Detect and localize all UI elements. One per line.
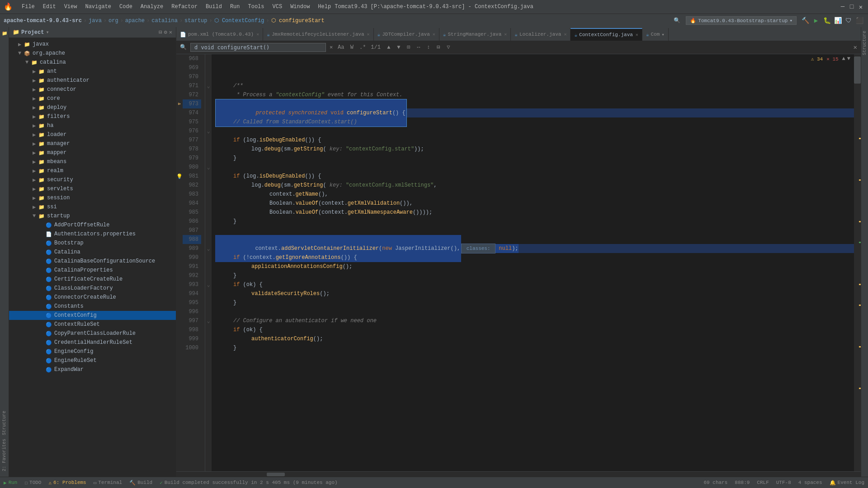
tree-item-session[interactable]: ▶📁session — [9, 193, 176, 202]
tab-close-icon[interactable]: ✕ — [564, 32, 566, 37]
menu-file[interactable]: File — [18, 3, 38, 11]
tree-item-catalina[interactable]: ▼ 📁 catalina — [9, 58, 176, 67]
menu-code[interactable]: Code — [116, 3, 136, 11]
tree-item-catalina-class[interactable]: 🔵Catalina — [9, 248, 176, 257]
breadcrumb-startup[interactable]: startup — [184, 18, 207, 24]
expand-icon[interactable]: ↔ — [414, 43, 423, 52]
breadcrumb-catalina[interactable]: catalina — [151, 18, 178, 24]
status-event-log[interactable]: 🔔 Event Log — [830, 480, 864, 486]
close-search-icon[interactable]: ✕ — [330, 44, 333, 51]
tree-item-connectorcreaterule[interactable]: 🔵ConnectorCreateRule — [9, 293, 176, 302]
project-tool-btn[interactable]: 📁 — [0, 29, 9, 38]
run-icon[interactable]: ▶ — [811, 16, 821, 26]
tree-item-contextconfig[interactable]: 🔵ContextConfig — [9, 311, 176, 320]
tree-item-javax[interactable]: ▶ 📁 javax — [9, 40, 176, 49]
breadcrumb-apache[interactable]: apache — [125, 18, 145, 24]
fold-start[interactable]: ⌄ — [205, 163, 212, 172]
tree-item-expandwar[interactable]: 🔵ExpandWar — [9, 365, 176, 374]
breadcrumb-java[interactable]: java — [89, 18, 102, 24]
hide-panel-icon[interactable]: ✕ — [169, 29, 172, 36]
menu-bar[interactable]: File Edit View Navigate Code Analyze Ref… — [18, 3, 335, 11]
close-button[interactable]: ✕ — [857, 3, 864, 10]
tree-item-credentialhandlerrulesett[interactable]: 🔵CredentialHandlerRuleSet — [9, 338, 176, 347]
collapse-icon[interactable]: ↕ — [424, 43, 433, 52]
menu-build[interactable]: Build — [202, 3, 226, 11]
minimize-button[interactable]: ─ — [839, 3, 846, 10]
next-result-icon[interactable]: ▼ — [394, 43, 403, 52]
menu-help[interactable]: Help — [314, 3, 335, 11]
gutter-item-bulb[interactable]: 💡 — [176, 172, 183, 181]
right-scrollbar[interactable] — [854, 54, 861, 471]
horizontal-scrollbar[interactable] — [176, 471, 861, 477]
tree-item-deploy[interactable]: ▶📁deploy — [9, 103, 176, 112]
tree-item-ssi[interactable]: ▶📁ssi — [9, 202, 176, 211]
tree-item-ha[interactable]: ▶📁ha — [9, 121, 176, 130]
tree-item-contextruleset[interactable]: 🔵ContextRuleSet — [9, 320, 176, 329]
tree-item-filters[interactable]: ▶📁filters — [9, 112, 176, 121]
profile-icon[interactable]: 📊 — [833, 16, 843, 26]
run-config-dropdown[interactable]: 🔥 Tomcat9.0.43-Bootstrap-startup ▾ — [686, 16, 797, 25]
status-encoding[interactable]: UTF-8 — [776, 480, 791, 486]
tree-item-mapper[interactable]: ▶📁mapper — [9, 148, 176, 157]
menu-view[interactable]: View — [61, 3, 81, 11]
tree-item-certificatecreaterule[interactable]: 🔵CertificateCreateRule — [9, 275, 176, 284]
status-run[interactable]: ▶ Run — [4, 480, 17, 486]
status-indent[interactable]: 4 spaces — [798, 480, 822, 486]
breadcrumb-contextconfig[interactable]: ⬡ ContextConfig — [214, 17, 264, 24]
tree-item-realm[interactable]: ▶📁realm — [9, 166, 176, 175]
menu-vcs[interactable]: VCS — [269, 3, 286, 11]
fold-start[interactable]: ⌄ — [205, 280, 212, 289]
code-content[interactable]: ⚠ 34 ✕ 15 ▲ ▼ /** * Process a "contextCo… — [212, 54, 854, 471]
status-build[interactable]: 🔨 Build — [129, 480, 152, 486]
tab-close-icon[interactable]: ✕ — [636, 32, 638, 38]
tree-item-constants[interactable]: 🔵Constants — [9, 302, 176, 311]
tab-close-icon[interactable]: ✕ — [433, 32, 435, 37]
breadcrumb-org[interactable]: org — [108, 18, 118, 24]
menu-tools[interactable]: Tools — [245, 3, 268, 11]
debug-icon[interactable]: 🐛 — [822, 16, 832, 26]
tab-jmxremote[interactable]: ☕ JmxRemoteLifecycleListener.java ✕ — [263, 28, 373, 41]
menu-refactor[interactable]: Refactor — [168, 3, 201, 11]
status-position[interactable]: 888:9 — [735, 480, 750, 486]
tree-item-catalinabaseconfigurationsource[interactable]: 🔵CatalinaBaseConfigurationSource — [9, 257, 176, 266]
menu-window[interactable]: Window — [287, 3, 313, 11]
coverage-icon[interactable]: 🛡 — [844, 16, 854, 26]
tree-item-authenticators[interactable]: 📄Authenticators.properties — [9, 230, 176, 239]
collapse-all-icon[interactable]: ▲ — [842, 56, 845, 62]
tree-item-core[interactable]: ▶📁core — [9, 94, 176, 103]
scroll-thumb[interactable] — [854, 56, 861, 84]
fold-start[interactable]: ⌄ — [205, 127, 212, 136]
favorites-label[interactable]: 2: Favorites — [1, 437, 8, 473]
tab-contextconfig[interactable]: ☕ ContextConfig.java ✕ — [571, 28, 642, 41]
structure-panel-label[interactable]: Structure — [861, 29, 868, 57]
fold-start[interactable]: ⌄ — [205, 244, 212, 253]
tree-item-addportoffsetrule[interactable]: 🔵AddPortOffsetRule — [9, 221, 176, 230]
maximize-button[interactable]: □ — [848, 3, 855, 10]
project-dropdown-icon[interactable]: ▾ — [46, 29, 49, 36]
tab-pom[interactable]: 📄 pom.xml (Tomcat9.0.43) ✕ — [176, 28, 263, 41]
find-in-file-icon[interactable]: ⊡ — [404, 43, 413, 52]
window-controls[interactable]: ─ □ ✕ — [839, 3, 864, 10]
collapse-all-icon[interactable]: ⊟ — [159, 29, 162, 36]
filter-icon[interactable]: ▽ — [444, 43, 453, 52]
more-options-icon[interactable]: ⊟ — [434, 43, 443, 52]
fold-start[interactable]: ⌄ — [205, 316, 212, 325]
status-todo[interactable]: ☐ TODO — [24, 480, 41, 486]
tree-item-copyparentclassloaderrule[interactable]: 🔵CopyParentClassLoaderRule — [9, 329, 176, 338]
match-case-icon[interactable]: Aa — [336, 43, 345, 52]
menu-edit[interactable]: Edit — [39, 3, 60, 11]
tab-close-icon[interactable]: ✕ — [256, 32, 259, 37]
build-icon[interactable]: 🔨 — [800, 16, 810, 26]
tree-item-ant[interactable]: ▶📁ant — [9, 67, 176, 76]
regex-icon[interactable]: .* — [358, 43, 367, 52]
tree-item-servlets[interactable]: ▶📁servlets — [9, 184, 176, 193]
tree-item-startup[interactable]: ▼📁startup — [9, 211, 176, 221]
h-scroll-thumb[interactable] — [267, 473, 285, 476]
expand-all-icon[interactable]: ▼ — [847, 56, 850, 62]
tree-item-engineconfig[interactable]: 🔵EngineConfig — [9, 347, 176, 356]
breadcrumb-project[interactable]: apache-tomcat-9.0.43-src — [4, 18, 82, 24]
stop-icon[interactable]: ⬛ — [854, 16, 864, 26]
close-search-button[interactable]: ✕ — [854, 43, 857, 51]
status-problems[interactable]: ⚠ 6: Problems — [48, 480, 86, 486]
tree-item-mbeans[interactable]: ▶📁mbeans — [9, 157, 176, 166]
